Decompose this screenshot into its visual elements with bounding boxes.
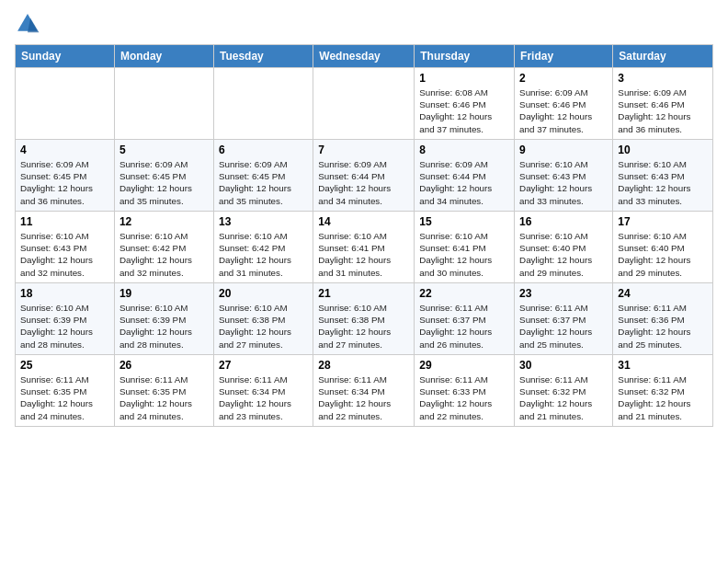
day-number: 1 — [419, 72, 509, 85]
day-info: Sunrise: 6:10 AM Sunset: 6:43 PM Dayligh… — [618, 158, 708, 207]
day-info: Sunrise: 6:11 AM Sunset: 6:36 PM Dayligh… — [618, 302, 708, 350]
day-number: 29 — [419, 359, 509, 372]
calendar-cell: 13Sunrise: 6:10 AM Sunset: 6:42 PM Dayli… — [213, 212, 313, 283]
calendar-week-row: 25Sunrise: 6:11 AM Sunset: 6:35 PM Dayli… — [16, 355, 713, 427]
day-number: 22 — [419, 287, 509, 300]
calendar-cell: 28Sunrise: 6:11 AM Sunset: 6:34 PM Dayli… — [313, 355, 415, 427]
calendar-cell: 4Sunrise: 6:09 AM Sunset: 6:45 PM Daylig… — [16, 140, 115, 212]
calendar-cell: 31Sunrise: 6:11 AM Sunset: 6:32 PM Dayli… — [613, 355, 713, 427]
calendar-cell: 2Sunrise: 6:09 AM Sunset: 6:46 PM Daylig… — [515, 68, 613, 140]
calendar-cell: 17Sunrise: 6:10 AM Sunset: 6:40 PM Dayli… — [613, 212, 713, 283]
day-of-week-header: Wednesday — [313, 45, 415, 68]
calendar-cell: 15Sunrise: 6:10 AM Sunset: 6:41 PM Dayli… — [415, 212, 515, 283]
day-of-week-header: Monday — [114, 45, 213, 68]
calendar-cell: 9Sunrise: 6:10 AM Sunset: 6:43 PM Daylig… — [515, 140, 613, 212]
day-number: 17 — [618, 215, 708, 228]
day-info: Sunrise: 6:11 AM Sunset: 6:37 PM Dayligh… — [419, 302, 509, 350]
day-info: Sunrise: 6:09 AM Sunset: 6:46 PM Dayligh… — [618, 86, 708, 135]
calendar-cell: 11Sunrise: 6:10 AM Sunset: 6:43 PM Dayli… — [16, 212, 115, 283]
calendar-cell: 23Sunrise: 6:11 AM Sunset: 6:37 PM Dayli… — [515, 283, 613, 355]
day-info: Sunrise: 6:08 AM Sunset: 6:46 PM Dayligh… — [419, 86, 509, 135]
day-number: 24 — [618, 287, 708, 300]
calendar-cell: 6Sunrise: 6:09 AM Sunset: 6:45 PM Daylig… — [213, 140, 313, 212]
calendar-cell: 5Sunrise: 6:09 AM Sunset: 6:45 PM Daylig… — [114, 140, 213, 212]
calendar-week-row: 11Sunrise: 6:10 AM Sunset: 6:43 PM Dayli… — [16, 212, 713, 283]
day-info: Sunrise: 6:10 AM Sunset: 6:41 PM Dayligh… — [318, 230, 409, 279]
day-number: 26 — [119, 359, 209, 372]
day-of-week-header: Saturday — [613, 45, 713, 68]
calendar-cell: 1Sunrise: 6:08 AM Sunset: 6:46 PM Daylig… — [415, 68, 515, 140]
calendar-cell: 3Sunrise: 6:09 AM Sunset: 6:46 PM Daylig… — [613, 68, 713, 140]
day-info: Sunrise: 6:10 AM Sunset: 6:38 PM Dayligh… — [318, 302, 409, 350]
day-number: 8 — [419, 144, 509, 156]
day-number: 13 — [219, 215, 308, 228]
day-number: 12 — [119, 215, 209, 228]
day-info: Sunrise: 6:10 AM Sunset: 6:42 PM Dayligh… — [119, 230, 209, 279]
day-number: 5 — [119, 144, 209, 156]
calendar-cell — [114, 68, 213, 140]
day-info: Sunrise: 6:09 AM Sunset: 6:46 PM Dayligh… — [519, 86, 608, 135]
day-info: Sunrise: 6:09 AM Sunset: 6:44 PM Dayligh… — [419, 158, 509, 207]
calendar-cell: 16Sunrise: 6:10 AM Sunset: 6:40 PM Dayli… — [515, 212, 613, 283]
day-number: 10 — [618, 144, 708, 156]
day-number: 16 — [519, 215, 608, 228]
calendar-cell: 10Sunrise: 6:10 AM Sunset: 6:43 PM Dayli… — [613, 140, 713, 212]
day-number: 27 — [219, 359, 308, 372]
day-number: 19 — [119, 287, 209, 300]
logo — [15, 11, 44, 37]
calendar-cell: 18Sunrise: 6:10 AM Sunset: 6:39 PM Dayli… — [16, 283, 115, 355]
calendar-table: SundayMondayTuesdayWednesdayThursdayFrid… — [15, 44, 713, 427]
day-info: Sunrise: 6:10 AM Sunset: 6:41 PM Dayligh… — [419, 230, 509, 279]
day-number: 9 — [519, 144, 608, 156]
calendar-cell — [16, 68, 115, 140]
calendar-cell: 30Sunrise: 6:11 AM Sunset: 6:32 PM Dayli… — [515, 355, 613, 427]
day-number: 14 — [318, 215, 409, 228]
day-number: 15 — [419, 215, 509, 228]
calendar-week-row: 1Sunrise: 6:08 AM Sunset: 6:46 PM Daylig… — [16, 68, 713, 140]
day-of-week-header: Friday — [515, 45, 613, 68]
day-info: Sunrise: 6:10 AM Sunset: 6:40 PM Dayligh… — [618, 230, 708, 279]
day-info: Sunrise: 6:10 AM Sunset: 6:42 PM Dayligh… — [219, 230, 308, 279]
day-of-week-header: Thursday — [415, 45, 515, 68]
day-info: Sunrise: 6:11 AM Sunset: 6:32 PM Dayligh… — [519, 373, 608, 422]
calendar-cell: 8Sunrise: 6:09 AM Sunset: 6:44 PM Daylig… — [415, 140, 515, 212]
calendar-cell: 19Sunrise: 6:10 AM Sunset: 6:39 PM Dayli… — [114, 283, 213, 355]
calendar-cell: 7Sunrise: 6:09 AM Sunset: 6:44 PM Daylig… — [313, 140, 415, 212]
day-number: 30 — [519, 359, 608, 372]
day-info: Sunrise: 6:09 AM Sunset: 6:45 PM Dayligh… — [219, 158, 308, 207]
calendar-cell: 12Sunrise: 6:10 AM Sunset: 6:42 PM Dayli… — [114, 212, 213, 283]
day-info: Sunrise: 6:09 AM Sunset: 6:44 PM Dayligh… — [318, 158, 409, 207]
header-row: SundayMondayTuesdayWednesdayThursdayFrid… — [16, 45, 713, 68]
day-info: Sunrise: 6:11 AM Sunset: 6:35 PM Dayligh… — [119, 373, 209, 422]
day-number: 20 — [219, 287, 308, 300]
calendar-cell: 25Sunrise: 6:11 AM Sunset: 6:35 PM Dayli… — [16, 355, 115, 427]
day-of-week-header: Sunday — [16, 45, 115, 68]
day-number: 25 — [20, 359, 109, 372]
day-info: Sunrise: 6:09 AM Sunset: 6:45 PM Dayligh… — [20, 158, 109, 207]
day-info: Sunrise: 6:10 AM Sunset: 6:43 PM Dayligh… — [20, 230, 109, 279]
day-info: Sunrise: 6:11 AM Sunset: 6:35 PM Dayligh… — [20, 373, 109, 422]
calendar-cell: 20Sunrise: 6:10 AM Sunset: 6:38 PM Dayli… — [213, 283, 313, 355]
day-number: 28 — [318, 359, 409, 372]
calendar-cell: 27Sunrise: 6:11 AM Sunset: 6:34 PM Dayli… — [213, 355, 313, 427]
calendar-cell — [313, 68, 415, 140]
day-info: Sunrise: 6:11 AM Sunset: 6:37 PM Dayligh… — [519, 302, 608, 350]
logo-icon — [15, 11, 40, 37]
calendar-cell: 24Sunrise: 6:11 AM Sunset: 6:36 PM Dayli… — [613, 283, 713, 355]
day-number: 4 — [20, 144, 109, 156]
day-number: 23 — [519, 287, 608, 300]
day-number: 7 — [318, 144, 409, 156]
calendar-cell — [213, 68, 313, 140]
day-number: 3 — [618, 72, 708, 85]
calendar-cell: 14Sunrise: 6:10 AM Sunset: 6:41 PM Dayli… — [313, 212, 415, 283]
calendar-cell: 22Sunrise: 6:11 AM Sunset: 6:37 PM Dayli… — [415, 283, 515, 355]
day-number: 21 — [318, 287, 409, 300]
day-info: Sunrise: 6:10 AM Sunset: 6:43 PM Dayligh… — [519, 158, 608, 207]
day-of-week-header: Tuesday — [213, 45, 313, 68]
page: SundayMondayTuesdayWednesdayThursdayFrid… — [0, 0, 728, 563]
calendar-cell: 29Sunrise: 6:11 AM Sunset: 6:33 PM Dayli… — [415, 355, 515, 427]
calendar-week-row: 4Sunrise: 6:09 AM Sunset: 6:45 PM Daylig… — [16, 140, 713, 212]
day-info: Sunrise: 6:10 AM Sunset: 6:40 PM Dayligh… — [519, 230, 608, 279]
day-info: Sunrise: 6:10 AM Sunset: 6:38 PM Dayligh… — [219, 302, 308, 350]
header — [15, 11, 713, 37]
